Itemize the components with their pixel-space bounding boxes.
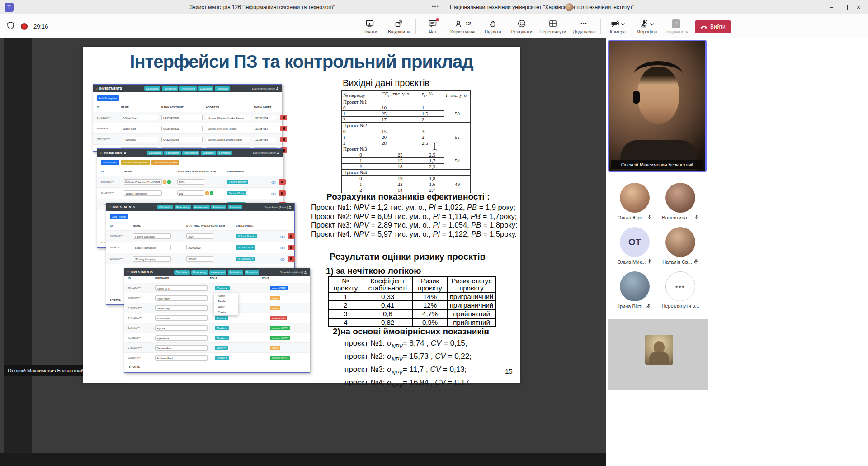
- discard-all-updates-button[interactable]: Discard All Updates: [151, 160, 179, 165]
- toolbar-button-raise-hand[interactable]: Підняти: [478, 15, 507, 38]
- nav-tab-evaluation[interactable]: Evaluation: [228, 270, 243, 275]
- nav-tab-assessment[interactable]: Assessment: [182, 151, 199, 155]
- dropdown-item-creator[interactable]: Creator: [214, 309, 238, 315]
- toolbar-button-mic-off[interactable]: Мікрофон: [632, 15, 661, 38]
- maximize-button[interactable]: [838, 0, 852, 14]
- confirm-edit-button[interactable]: ✓: [210, 191, 213, 195]
- toolbar-button-people[interactable]: 12Користувачі: [447, 15, 478, 38]
- username-input[interactable]: Pipe-lenna: [155, 335, 208, 341]
- add-project-button[interactable]: Add Project: [101, 160, 119, 165]
- enterprise-select[interactable]: T-Shirts Brand ▾: [227, 180, 248, 184]
- nav-tab-formation[interactable]: Formation: [228, 205, 243, 209]
- participant-tile[interactable]: ОТ Ольга Мик...: [612, 226, 657, 270]
- nav-tab-forecasting[interactable]: Forecasting: [175, 205, 191, 209]
- text-input[interactable]: Ukraine, Kharkiv, Kharkiv Region: [206, 115, 250, 120]
- nav-tab-forecasting[interactable]: Forecasting: [191, 270, 208, 275]
- delete-button[interactable]: [280, 115, 287, 120]
- username-input[interactable]: Fig-Joe: [155, 325, 208, 331]
- link-icon[interactable]: [271, 189, 276, 197]
- link-icon[interactable]: [280, 255, 285, 263]
- text-input[interactable]: UA987654321: [161, 126, 203, 131]
- dropdown-item-admin[interactable]: Admin: [214, 293, 238, 299]
- leave-button[interactable]: Вийти: [695, 20, 731, 33]
- role-select[interactable]: Reader ▾: [215, 356, 229, 360]
- delete-button[interactable]: [288, 256, 295, 262]
- nav-tab-calculation[interactable]: Calculation: [144, 86, 160, 91]
- sum-input[interactable]: 1000: [177, 179, 204, 185]
- app-user-menu[interactable]: SuperAdmin [Admin]: [280, 271, 307, 274]
- cancel-edit-button[interactable]: ×: [205, 191, 209, 195]
- enterprise-select[interactable]: Soccer Club ▾: [236, 245, 255, 250]
- nav-tab-calculation[interactable]: Calculation: [157, 205, 173, 209]
- role-select[interactable]: Reader ▾: [215, 336, 229, 340]
- presenter-video-tile[interactable]: Олексій Максимович Безчастний: [608, 40, 707, 172]
- toolbar-button-present-screen[interactable]: Почати: [355, 15, 384, 38]
- nav-tab-evaluation[interactable]: Evaluation: [211, 205, 226, 209]
- name-input[interactable]: IT Hiring Company: [133, 256, 171, 262]
- username-input[interactable]: Admin-OFR: [155, 285, 208, 291]
- text-input[interactable]: Soccer Club: [121, 126, 158, 131]
- toolbar-button-chat[interactable]: Чат: [418, 15, 447, 38]
- role-select[interactable]: Creator ▾: [215, 286, 230, 290]
- role-select[interactable]: Admin ▾: [215, 316, 228, 320]
- link-icon[interactable]: [271, 178, 276, 186]
- confirm-edit-button[interactable]: ✓: [167, 180, 171, 184]
- text-input[interactable]: IT Company: [121, 137, 158, 142]
- username-input[interactable]: Potter-Harry: [155, 295, 208, 301]
- account-avatar[interactable]: [565, 3, 573, 11]
- participant-tile[interactable]: ••• Переглянути в...: [658, 271, 703, 314]
- text-input[interactable]: UA125789456: [161, 137, 203, 142]
- name-input[interactable]: T-Shirts Collection: [133, 233, 171, 239]
- username-input[interactable]: SuperAdmin: [155, 315, 208, 321]
- toolbar-button-react-smiley[interactable]: Реагувати: [507, 15, 536, 38]
- nav-tab-formation[interactable]: Formation: [215, 86, 230, 91]
- add-enterprise-button[interactable]: Add Enterprise: [97, 95, 119, 101]
- username-input[interactable]: Samson-Alex: [155, 345, 208, 351]
- nav-tab-calculation[interactable]: Calculation: [174, 270, 190, 275]
- dropdown-item-writer[interactable]: Writer: [214, 304, 238, 309]
- cancel-edit-button[interactable]: ×: [163, 180, 166, 184]
- link-icon[interactable]: [280, 243, 285, 252]
- enterprise-select[interactable]: Soccer Club ▾: [227, 191, 246, 195]
- role-select[interactable]: Reader ▾: [215, 326, 229, 330]
- username-input[interactable]: Philips-Ray: [155, 305, 208, 311]
- nav-tab-formation[interactable]: Formation: [245, 270, 259, 275]
- titlebar-overflow-icon[interactable]: •••: [432, 0, 439, 14]
- text-input[interactable]: 321987654: [254, 126, 277, 131]
- delete-button[interactable]: [279, 190, 286, 196]
- username-input[interactable]: Andrews-Fred: [155, 355, 208, 361]
- nav-tab-calculation[interactable]: Calculation: [147, 151, 163, 155]
- participant-tile[interactable]: Ірина Вікт...: [612, 271, 657, 314]
- sum-input[interactable]: 100000000: [186, 245, 213, 250]
- nav-tab-formation[interactable]: Formation: [217, 151, 232, 155]
- text-input[interactable]: Ukraine, Kyiv, Kyiv Region: [206, 126, 250, 131]
- delete-button[interactable]: [288, 245, 295, 250]
- nav-tab-evaluation[interactable]: Evaluation: [198, 86, 213, 91]
- confirm-all-updates-button[interactable]: Confirm All Updates: [121, 160, 150, 165]
- delete-button[interactable]: [280, 137, 287, 142]
- nav-tab-assessment[interactable]: Assessment: [209, 270, 226, 275]
- toolbar-button-camera-off[interactable]: Камера: [603, 15, 632, 38]
- sum-input[interactable]: 100000: [186, 256, 213, 262]
- close-button[interactable]: ×: [852, 0, 865, 14]
- delete-button[interactable]: [280, 126, 287, 131]
- dropdown-item-reader[interactable]: Reader: [214, 299, 238, 304]
- enterprise-select[interactable]: T-Shirts Brand ▾: [236, 234, 257, 238]
- teams-app-icon[interactable]: T: [5, 3, 14, 12]
- nav-tab-forecasting[interactable]: Forecasting: [162, 86, 179, 91]
- toolbar-button-view-grid[interactable]: Переглянути: [536, 15, 569, 38]
- link-icon[interactable]: [280, 232, 285, 240]
- toolbar-button-unpin[interactable]: Відкріпити: [384, 15, 413, 38]
- name-input[interactable]: Soccer Tournament: [124, 190, 162, 196]
- role-select[interactable]: Writer ▾: [215, 346, 228, 350]
- nav-tab-assessment[interactable]: Assessment: [179, 86, 197, 91]
- sum-input[interactable]: 101: [177, 190, 204, 196]
- app-user-menu[interactable]: SuperAdmin [Admin]: [253, 151, 280, 155]
- toolbar-button-more-dots[interactable]: Додатково: [569, 15, 598, 38]
- chevron-down-icon[interactable]: [621, 19, 625, 28]
- app-user-menu[interactable]: SuperAdmin [Admin]: [265, 205, 292, 209]
- text-input[interactable]: Ukraine, Dnipro, Dnipro Region: [206, 137, 250, 142]
- participant-tile[interactable]: Наталія Єв...: [658, 226, 703, 270]
- nav-tab-forecasting[interactable]: Forecasting: [164, 151, 181, 155]
- self-view-video[interactable]: [645, 335, 673, 365]
